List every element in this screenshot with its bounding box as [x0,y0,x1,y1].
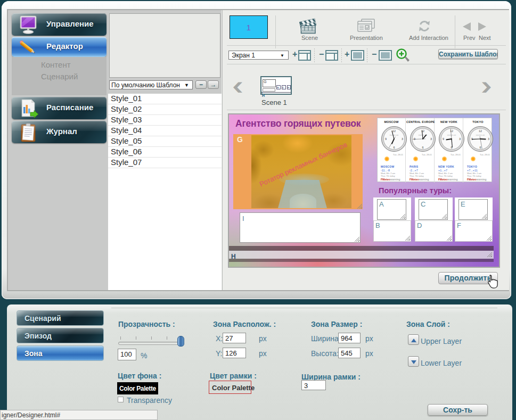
svg-text:9: 9 [385,137,387,141]
svg-text:12: 12 [421,129,424,133]
svg-text:12: 12 [450,129,453,133]
svg-text:interclock.com: interclock.com [476,134,485,136]
svg-text:9: 9 [414,137,415,141]
svg-text:9: 9 [443,137,444,141]
svg-text:interclock.com: interclock.com [390,134,399,136]
svg-text:6: 6 [479,146,481,149]
svg-text:3: 3 [488,137,489,141]
svg-text:6: 6 [422,146,423,149]
svg-text:3: 3 [459,137,461,141]
svg-text:3: 3 [430,137,432,141]
svg-text:3: 3 [402,137,403,141]
svg-text:interclock.com: interclock.com [447,134,456,136]
svg-text:12: 12 [392,129,396,133]
svg-text:6: 6 [393,146,395,149]
svg-text:12: 12 [479,129,482,133]
